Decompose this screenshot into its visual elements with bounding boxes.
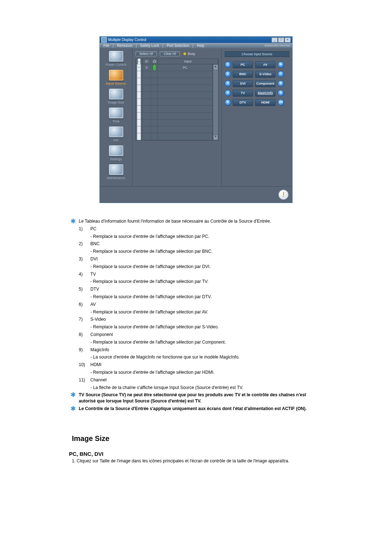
- choose-input-source-label: Choose Input Source: [225, 51, 289, 57]
- src-av-button[interactable]: AV: [255, 61, 275, 68]
- col-check[interactable]: [136, 59, 143, 64]
- select-all-button[interactable]: Select All: [135, 51, 157, 56]
- nav-input-source[interactable]: Input Source: [101, 69, 131, 85]
- input-source-icon: [109, 69, 124, 81]
- scroll-down-button[interactable]: ▼: [213, 134, 218, 140]
- src-magicinfo-button[interactable]: MagicInfo: [255, 90, 275, 97]
- row-checkbox[interactable]: [137, 133, 141, 140]
- callout-10: 10: [278, 99, 284, 106]
- note-2: Le Contrôle de la Source d'Entrée s'appl…: [77, 405, 323, 413]
- sidebar: Power Control Input Source Image Size Ti…: [100, 48, 132, 186]
- app-icon: [101, 37, 107, 42]
- nav-settings[interactable]: Settings: [101, 145, 131, 161]
- close-button[interactable]: ×: [285, 37, 291, 42]
- minimize-button[interactable]: _: [271, 37, 278, 42]
- callout-4: 4: [225, 90, 231, 96]
- src-pc-button[interactable]: PC: [233, 61, 253, 68]
- src-dtv-button[interactable]: DTV: [233, 99, 253, 106]
- callout-2: 2: [225, 71, 231, 77]
- table-row[interactable]: [136, 119, 213, 126]
- titlebar[interactable]: Multiple Display Control _ □ ×: [100, 37, 292, 43]
- busy-indicator: Busy: [183, 52, 195, 56]
- callout-3: 3: [225, 80, 231, 87]
- scroll-track[interactable]: [213, 70, 218, 134]
- row-checkbox[interactable]: [137, 119, 141, 126]
- nav-power-control[interactable]: Power Control: [101, 50, 131, 66]
- table-row[interactable]: [136, 71, 213, 78]
- table-row[interactable]: [136, 99, 213, 106]
- row-checkbox[interactable]: [137, 112, 141, 119]
- row-id: 0: [143, 64, 151, 71]
- menu-file[interactable]: File: [100, 43, 113, 48]
- star-icon: ✱: [69, 405, 77, 413]
- row-checkbox[interactable]: [137, 98, 141, 106]
- row-checkbox[interactable]: [137, 78, 141, 85]
- maximize-button[interactable]: □: [278, 37, 284, 42]
- maintenance-icon: [109, 164, 124, 175]
- table-row[interactable]: [136, 78, 213, 85]
- menu-help[interactable]: Help: [193, 43, 208, 48]
- col-power-icon: ⏻: [151, 59, 158, 64]
- clear-all-button[interactable]: Clear All: [160, 51, 180, 56]
- header-checkbox[interactable]: [138, 58, 141, 64]
- info-icon[interactable]: !: [278, 190, 289, 200]
- menubar: File Remocon Safety Lock Port Selection …: [100, 43, 292, 48]
- row-checkbox[interactable]: [137, 85, 141, 92]
- app-window: Multiple Display Control _ □ × File Remo…: [99, 36, 293, 203]
- step-text: 1. Cliquez sur Taille de l'image dans le…: [72, 458, 323, 463]
- intro-text: Le Tableau d'Information fournit l'infor…: [77, 218, 323, 225]
- nav-maintenance[interactable]: Maintenance: [101, 164, 131, 180]
- time-icon: [109, 107, 124, 119]
- item-desc: - Remplace la source d'entrée de l'affic…: [89, 233, 323, 240]
- nav-image-size[interactable]: Image Size: [101, 88, 131, 104]
- src-hdmi-button[interactable]: HDMI: [255, 99, 275, 106]
- scrollbar[interactable]: ▲ ▼: [213, 64, 218, 140]
- menu-port-selection[interactable]: Port Selection: [163, 43, 193, 48]
- nav-pip[interactable]: PIP: [101, 126, 131, 142]
- menu-safety-lock[interactable]: Safety Lock: [136, 43, 163, 48]
- section-heading: Image Size: [72, 434, 323, 443]
- row-checkbox[interactable]: [137, 92, 141, 99]
- menu-remocon[interactable]: Remocon: [113, 43, 136, 48]
- brand-label: SAMSUNG DIGITall: [264, 44, 292, 47]
- table-row[interactable]: [136, 106, 213, 113]
- power-icon: [109, 50, 124, 62]
- src-bnc-button[interactable]: BNC: [233, 71, 253, 78]
- table-row[interactable]: [136, 92, 213, 99]
- table-row[interactable]: [136, 126, 213, 133]
- callout-5: 5: [225, 99, 231, 106]
- note-1: TV Source (Source TV) ne peut être sélec…: [77, 391, 323, 405]
- power-on-icon: [152, 64, 156, 71]
- settings-icon: [109, 145, 124, 157]
- right-panel: Choose Input Source 1 PC AV 6 2 BNC S-Vi…: [221, 48, 292, 186]
- callout-6: 6: [278, 61, 284, 68]
- table-row[interactable]: 0 PC: [136, 64, 213, 71]
- row-checkbox[interactable]: [137, 64, 141, 71]
- grid-rows: 0 PC: [136, 64, 213, 140]
- callout-9: 9: [278, 90, 284, 96]
- busy-dot-icon: [183, 52, 187, 56]
- scroll-up-button[interactable]: ▲: [213, 64, 218, 70]
- row-checkbox[interactable]: [137, 71, 141, 78]
- row-checkbox[interactable]: [137, 105, 141, 113]
- callout-8: 8: [278, 80, 284, 87]
- col-id: ID: [143, 59, 151, 64]
- window-title: Multiple Display Control: [108, 38, 146, 42]
- callout-7: 7: [278, 71, 284, 77]
- star-icon: ✱: [69, 391, 77, 405]
- src-svideo-button[interactable]: S-Video: [255, 71, 275, 78]
- item-key: 1): [77, 225, 89, 233]
- src-dvi-button[interactable]: DVI: [233, 80, 253, 87]
- pip-icon: [109, 126, 124, 138]
- table-row[interactable]: [136, 85, 213, 92]
- row-checkbox[interactable]: [137, 126, 141, 133]
- subsection-heading: PC, BNC, DVI: [69, 451, 323, 457]
- nav-time[interactable]: Time: [101, 107, 131, 123]
- table-row[interactable]: [136, 113, 213, 119]
- callout-1: 1: [225, 61, 231, 68]
- src-tv-button[interactable]: TV: [233, 90, 253, 97]
- center-panel: Select All Clear All Busy ID ⏻ Input: [132, 48, 221, 186]
- info-list: ✱ Le Tableau d'Information fournit l'inf…: [69, 218, 323, 413]
- src-component-button[interactable]: Component: [255, 80, 275, 87]
- table-row[interactable]: [136, 133, 213, 140]
